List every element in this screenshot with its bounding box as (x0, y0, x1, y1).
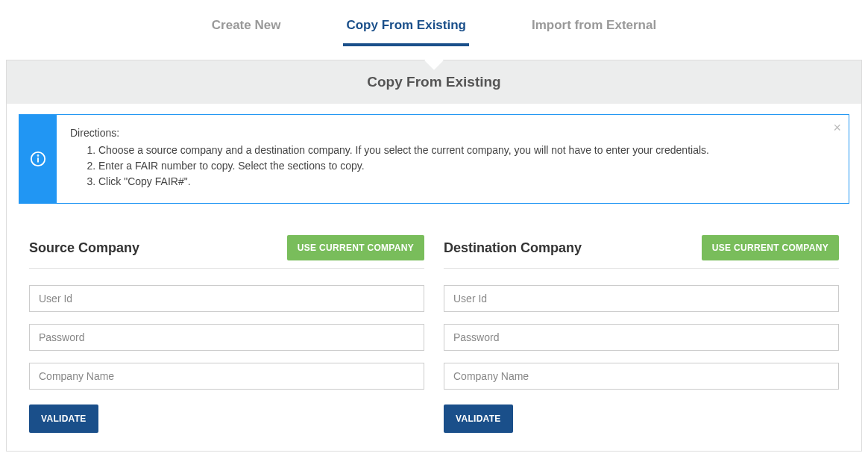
source-company-name-input[interactable] (29, 363, 424, 390)
tab-copy-from-existing[interactable]: Copy From Existing (343, 12, 469, 46)
svg-point-2 (38, 155, 39, 156)
destination-validate-button[interactable]: Validate (444, 405, 513, 433)
destination-company-title: Destination Company (444, 240, 582, 256)
tab-create-new[interactable]: Create New (209, 12, 284, 46)
destination-use-current-button[interactable]: Use Current Company (702, 235, 839, 260)
panel-title: Copy From Existing (367, 74, 500, 90)
source-company-section: Source Company Use Current Company Valid… (29, 235, 424, 433)
source-use-current-button[interactable]: Use Current Company (287, 235, 424, 260)
main-panel: Copy From Existing Directions: Choose a … (6, 60, 862, 452)
panel-header: Copy From Existing (7, 60, 861, 104)
source-validate-button[interactable]: Validate (29, 405, 98, 433)
source-user-id-input[interactable] (29, 285, 424, 312)
source-password-input[interactable] (29, 324, 424, 351)
destination-company-name-input[interactable] (444, 363, 839, 390)
tab-bar: Create New Copy From Existing Import fro… (6, 0, 862, 46)
directions-step-2: Enter a FAIR number to copy. Select the … (98, 158, 826, 174)
tab-import-external[interactable]: Import from External (529, 12, 659, 46)
directions-step-3: Click "Copy FAIR#". (98, 174, 826, 190)
destination-password-input[interactable] (444, 324, 839, 351)
directions-title: Directions: (70, 125, 826, 141)
directions-alert: Directions: Choose a source company and … (19, 114, 849, 204)
source-company-title: Source Company (29, 240, 139, 256)
destination-company-section: Destination Company Use Current Company … (444, 235, 839, 433)
close-icon[interactable]: × (833, 121, 841, 134)
directions-step-1: Choose a source company and a destinatio… (98, 143, 826, 158)
destination-user-id-input[interactable] (444, 285, 839, 312)
info-icon (19, 115, 57, 203)
